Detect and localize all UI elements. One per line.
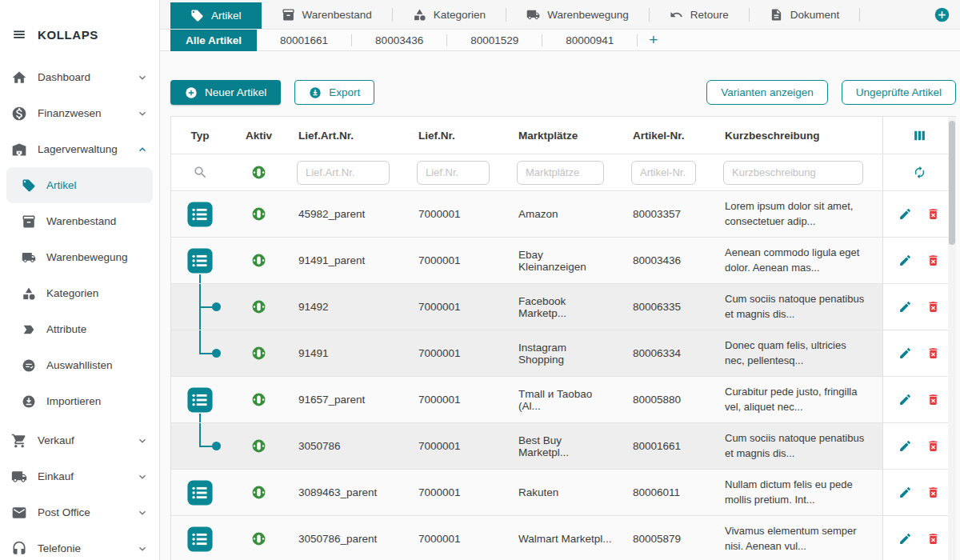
sidebar-item-verkauf[interactable]: Verkauf — [0, 422, 159, 458]
table-row[interactable]: 914927000001Facebook Marketp...80006335C… — [171, 283, 955, 330]
edit-button[interactable] — [898, 393, 912, 406]
delete-button[interactable] — [926, 486, 940, 499]
sidebar-item-label: Einkauf — [38, 470, 74, 482]
sidebar-item-kategorien[interactable]: Kategorien — [0, 275, 159, 311]
cell-value: 7000001 — [418, 533, 461, 545]
sidebar-item-warenbestand[interactable]: Warenbestand — [0, 203, 159, 239]
table-row[interactable]: 45982_parent7000001Amazon80003357Lorem i… — [171, 190, 955, 237]
sidebar-item-warenbewegung[interactable]: Warenbewegung — [0, 239, 159, 275]
row-actions — [882, 284, 955, 330]
cell-value: 80003357 — [633, 208, 681, 220]
subtab-alle-artikel[interactable]: Alle Artikel — [170, 30, 257, 51]
sidebar-item-telefonie[interactable]: Telefonie — [0, 530, 159, 560]
edit-button[interactable] — [898, 486, 912, 499]
filter-input-artikel-nr[interactable] — [631, 161, 696, 185]
add-subtab-button[interactable]: + — [638, 31, 669, 49]
subtab-80003436[interactable]: 80003436 — [352, 30, 446, 51]
delete-button[interactable] — [926, 393, 940, 406]
scrollbar-thumb[interactable] — [949, 121, 955, 245]
subtab-80000941[interactable]: 80000941 — [542, 30, 637, 51]
parent-article-icon[interactable] — [186, 479, 214, 506]
parent-article-icon[interactable] — [186, 386, 214, 414]
aktiv-status-cell — [229, 438, 289, 454]
filter-input-kurzbeschreibung[interactable] — [723, 161, 863, 185]
active-toggle-icon[interactable] — [251, 165, 266, 180]
table-row[interactable]: 30507867000001Best Buy Marketpl...800016… — [171, 422, 955, 469]
tab-dokument[interactable]: Dokument — [750, 0, 860, 30]
table-row[interactable]: 914917000001Instagram Shopping80006334Do… — [171, 330, 955, 376]
edit-button[interactable] — [898, 346, 912, 360]
parent-article-icon[interactable] — [186, 201, 214, 228]
filter-input-marktpl-tze[interactable] — [517, 161, 604, 185]
sidebar-item-post-office[interactable]: Post Office — [0, 494, 159, 530]
table-row[interactable]: 3089463_parent7000001Rakuten80006011Null… — [171, 469, 955, 515]
cell-value: 91491_parent — [298, 254, 365, 266]
table-row[interactable]: 91657_parent7000001Tmall и Taobao (Al...… — [171, 376, 955, 422]
artikel-nr-cell: 80005880 — [623, 394, 715, 406]
tab-label: Artikel — [211, 10, 242, 22]
filter-input-lief-nr[interactable] — [417, 161, 490, 185]
sidebar-item-importieren[interactable]: Importieren — [0, 383, 159, 419]
sidebar-item-einkauf[interactable]: Einkauf — [0, 458, 159, 494]
tree-connector-line — [199, 423, 201, 447]
parent-article-icon[interactable] — [186, 247, 214, 274]
sidebar-item-lagerverwaltung[interactable]: Lagerverwaltung — [0, 131, 159, 167]
edit-button[interactable] — [898, 439, 912, 453]
tab-artikel[interactable]: Artikel — [170, 2, 262, 29]
tab-retoure[interactable]: Retoure — [650, 0, 749, 30]
export-button[interactable]: Export — [294, 80, 374, 105]
subtab-80001661[interactable]: 80001661 — [257, 30, 351, 51]
edit-button[interactable] — [898, 300, 912, 314]
column-header-artikel-nr: Artikel-Nr. — [623, 130, 715, 142]
delete-button[interactable] — [926, 254, 940, 267]
tab-kategorien[interactable]: Kategorien — [393, 0, 506, 30]
delete-button[interactable] — [926, 300, 940, 314]
show-variants-button[interactable]: Varianten anzeigen — [706, 80, 827, 105]
refresh-icon[interactable] — [913, 166, 926, 179]
table-row[interactable]: 3050786_parent7000001Walmart Marketpl...… — [171, 515, 955, 560]
row-actions — [882, 330, 955, 376]
aktiv-status-cell — [229, 531, 289, 546]
parent-article-icon[interactable] — [186, 526, 214, 553]
column-header-label: Lief.Art.Nr. — [298, 130, 354, 142]
sidebar-item-dashboard[interactable]: Dashboard — [0, 59, 159, 95]
table-row[interactable]: 91491_parent7000001Ebay Kleinanzeigen800… — [171, 237, 955, 283]
tree-connector-stem — [199, 274, 201, 283]
unchecked-articles-button[interactable]: Ungeprüfte Artikel — [842, 80, 956, 105]
tab-warenbestand[interactable]: Warenbestand — [262, 0, 392, 30]
marktplatz-cell: Ebay Kleinanzeigen — [509, 249, 623, 273]
warehouse-icon — [11, 142, 27, 158]
add-tab-button[interactable] — [934, 6, 950, 23]
filter-cell-kurzbeschreibung — [715, 161, 882, 185]
subtab-80001529[interactable]: 80001529 — [447, 30, 542, 51]
sidebar-item-finanzwesen[interactable]: Finanzwesen — [0, 95, 159, 131]
cell-value: 7000001 — [418, 208, 461, 220]
sidebar-item-artikel[interactable]: Artikel — [6, 167, 153, 203]
filter-input-lief-art-nr[interactable] — [297, 161, 390, 185]
document-icon — [770, 8, 783, 22]
columns-icon[interactable] — [913, 129, 926, 142]
kurzbeschreibung-cell: Donec quam felis, ultricies nec, pellent… — [715, 338, 882, 369]
tab-warenbewegung[interactable]: Warenbewegung — [506, 0, 649, 30]
lief-nr-cell: 7000001 — [409, 533, 509, 545]
edit-button[interactable] — [898, 532, 912, 546]
inventory-icon — [282, 8, 295, 22]
column-header-label: Marktplätze — [518, 130, 578, 142]
headset-icon — [11, 541, 27, 557]
edit-button[interactable] — [898, 207, 912, 221]
sidebar-item-auswahllisten[interactable]: Auswahllisten — [0, 347, 159, 383]
sidebar-item-attribute[interactable]: Attribute — [0, 311, 159, 347]
delete-button[interactable] — [926, 207, 940, 221]
menu-icon[interactable] — [11, 27, 27, 42]
truck-icon — [526, 8, 540, 22]
new-article-button[interactable]: Neuer Artikel — [170, 80, 281, 105]
lief-art-nr-cell: 3050786 — [289, 440, 409, 452]
home-icon — [11, 70, 27, 86]
delete-button[interactable] — [926, 532, 940, 546]
edit-button[interactable] — [898, 254, 912, 267]
delete-button[interactable] — [926, 346, 940, 360]
lief-nr-cell: 7000001 — [409, 486, 509, 498]
active-status-icon — [251, 346, 266, 361]
sidebar-item-label: Warenbestand — [46, 215, 116, 227]
delete-button[interactable] — [926, 439, 940, 453]
